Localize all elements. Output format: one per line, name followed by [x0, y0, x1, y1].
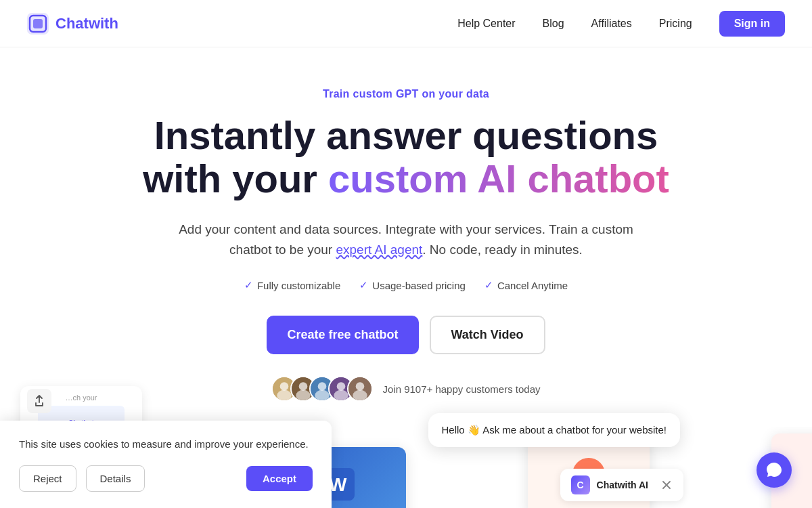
hero-tag: Train custom GPT on your data [323, 88, 489, 100]
social-proof: Join 9107+ happy customers today [271, 376, 540, 402]
svg-point-14 [334, 390, 348, 401]
hero-section: Train custom GPT on your data Instantly … [0, 47, 812, 402]
cookie-reject-button[interactable]: Reject [19, 465, 76, 492]
feature-label-3: Cancel Anytime [497, 280, 568, 291]
hero-desc-link[interactable]: expert AI agent [336, 242, 422, 257]
chatwith-ai-card: C Chatwith AI [560, 469, 683, 501]
feature-label-1: Fully customizable [257, 280, 340, 291]
cookie-banner: This site uses cookies to measure and im… [0, 421, 332, 509]
hero-desc-text2: . No code, ready in minutes. [422, 242, 583, 257]
svg-point-8 [296, 390, 311, 401]
svg-point-13 [337, 383, 346, 391]
cookie-accept-button[interactable]: Accept [246, 466, 313, 491]
hero-buttons: Create free chatbot Watch Video [267, 316, 545, 354]
cookie-buttons: Reject Details Accept [19, 465, 313, 492]
signin-button[interactable]: Sign in [719, 11, 785, 37]
nav-help-center[interactable]: Help Center [457, 18, 515, 30]
hero-title-gradient: custom AI chatbot [328, 156, 669, 200]
chat-widget-button[interactable] [757, 452, 792, 488]
nav-pricing[interactable]: Pricing [659, 18, 692, 30]
cookie-message: This site uses cookies to measure and im… [19, 437, 313, 452]
hero-title: Instantly answer questions with your cus… [143, 114, 669, 200]
brand-name: Chatwith [55, 15, 118, 33]
bottom-actions [27, 389, 51, 413]
feature-customizable: ✓ Fully customizable [244, 279, 340, 291]
nav-links: Help Center Blog Affiliates Pricing Sign… [457, 11, 785, 37]
chatwith-ai-label: Chatwith AI [597, 480, 648, 490]
logo-icon [27, 13, 49, 35]
svg-point-11 [315, 390, 330, 401]
nav-affiliates[interactable]: Affiliates [591, 18, 632, 30]
hero-title-line1: Instantly answer questions [154, 113, 658, 157]
svg-point-17 [353, 390, 367, 401]
watch-video-button[interactable]: Watch Video [430, 316, 545, 354]
check-icon-1: ✓ [244, 279, 253, 291]
share-icon[interactable] [27, 389, 51, 413]
feature-cancel: ✓ Cancel Anytime [484, 279, 568, 291]
cookie-details-button[interactable]: Details [86, 465, 145, 492]
hero-features: ✓ Fully customizable ✓ Usage-based prici… [244, 279, 568, 291]
svg-rect-2 [33, 19, 43, 28]
feature-label-2: Usage-based pricing [372, 280, 466, 291]
feature-pricing: ✓ Usage-based pricing [359, 279, 466, 291]
create-chatbot-button[interactable]: Create free chatbot [267, 316, 418, 354]
hero-description: Add your content and data sources. Integ… [169, 219, 643, 261]
customer-avatars [271, 376, 373, 402]
chat-bubble: Hello 👋 Ask me about a chatbot for your … [428, 413, 681, 447]
svg-text:W: W [329, 474, 347, 495]
svg-point-7 [299, 383, 308, 391]
chatwith-ai-logo-icon: C [571, 475, 590, 494]
avatar-5 [347, 376, 373, 402]
svg-point-4 [280, 383, 289, 391]
svg-point-16 [356, 383, 365, 391]
svg-point-5 [277, 390, 292, 401]
social-proof-text: Join 9107+ happy customers today [382, 383, 540, 395]
close-icon[interactable] [660, 479, 673, 491]
chat-bubble-text: Hello 👋 Ask me about a chatbot for your … [442, 424, 667, 436]
navbar: Chatwith Help Center Blog Affiliates Pri… [0, 0, 812, 47]
nav-blog[interactable]: Blog [543, 18, 564, 30]
check-icon-2: ✓ [359, 279, 368, 291]
check-icon-3: ✓ [484, 279, 493, 291]
chat-widget-icon [765, 461, 783, 479]
hero-title-line2-plain: with your [143, 156, 328, 200]
logo[interactable]: Chatwith [27, 13, 118, 35]
svg-point-10 [318, 383, 327, 391]
